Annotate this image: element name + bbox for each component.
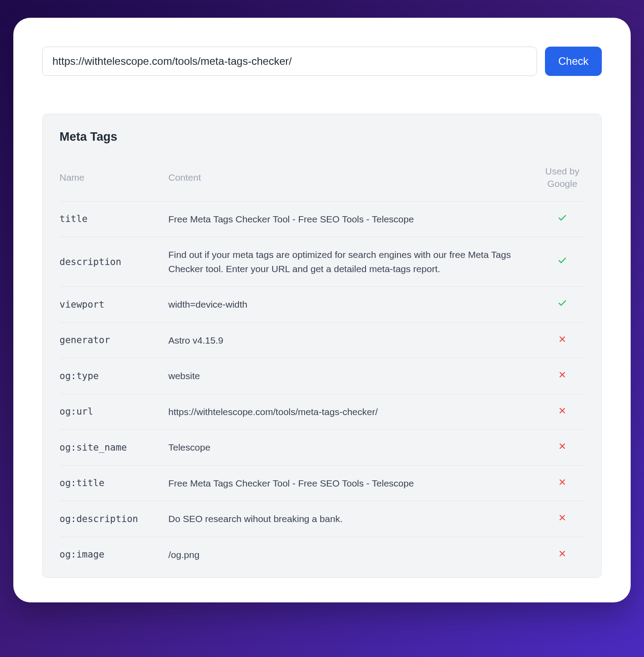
- tag-name: og:type: [60, 358, 168, 394]
- tag-content: website: [168, 358, 540, 394]
- table-row: og:typewebsite: [60, 358, 584, 394]
- tag-content: Find out if your meta tags are optimized…: [168, 237, 540, 287]
- tag-content: https://withtelescope.com/tools/meta-tag…: [168, 394, 540, 430]
- tag-content: Do SEO research wihout breaking a bank.: [168, 501, 540, 537]
- x-icon: [558, 549, 567, 560]
- table-row: og:image/og.png: [60, 537, 584, 572]
- column-header-content: Content: [168, 159, 540, 201]
- tag-name: generator: [60, 322, 168, 358]
- tag-name: viewport: [60, 287, 168, 323]
- used-by-google-cell: [540, 501, 584, 537]
- check-button[interactable]: Check: [545, 47, 602, 76]
- table-row: generatorAstro v4.15.9: [60, 322, 584, 358]
- x-icon: [558, 370, 567, 381]
- table-row: titleFree Meta Tags Checker Tool - Free …: [60, 201, 584, 237]
- used-by-google-cell: [540, 430, 584, 466]
- used-by-google-cell: [540, 287, 584, 323]
- table-row: og:titleFree Meta Tags Checker Tool - Fr…: [60, 465, 584, 501]
- x-icon: [558, 406, 567, 417]
- used-by-google-cell: [540, 358, 584, 394]
- tag-name: og:url: [60, 394, 168, 430]
- check-icon: [557, 213, 567, 225]
- tag-content: /og.png: [168, 537, 540, 572]
- tag-name: description: [60, 237, 168, 287]
- tag-name: og:site_name: [60, 430, 168, 466]
- tag-name: og:description: [60, 501, 168, 537]
- tag-name: og:title: [60, 465, 168, 501]
- meta-tags-card: Meta Tags Name Content Used by Google ti…: [42, 114, 602, 578]
- x-icon: [558, 478, 567, 489]
- column-header-used-by-google: Used by Google: [540, 159, 584, 201]
- tag-content: Free Meta Tags Checker Tool - Free SEO T…: [168, 465, 540, 501]
- x-icon: [558, 335, 567, 346]
- tag-name: og:image: [60, 537, 168, 572]
- table-row: og:descriptionDo SEO research wihout bre…: [60, 501, 584, 537]
- used-by-google-cell: [540, 465, 584, 501]
- meta-tags-table: Name Content Used by Google titleFree Me…: [60, 159, 584, 572]
- main-panel: Check Meta Tags Name Content Used by Goo…: [13, 18, 631, 602]
- url-bar-row: Check: [42, 47, 602, 76]
- tag-content: Free Meta Tags Checker Tool - Free SEO T…: [168, 201, 540, 237]
- used-by-google-cell: [540, 237, 584, 287]
- used-by-google-cell: [540, 322, 584, 358]
- column-header-name: Name: [60, 159, 168, 201]
- table-row: viewportwidth=device-width: [60, 287, 584, 323]
- card-title: Meta Tags: [60, 130, 584, 144]
- table-row: og:site_nameTelescope: [60, 430, 584, 466]
- url-input[interactable]: [42, 47, 537, 76]
- tag-content: Telescope: [168, 430, 540, 466]
- x-icon: [558, 513, 567, 524]
- check-icon: [557, 256, 567, 268]
- table-row: og:urlhttps://withtelescope.com/tools/me…: [60, 394, 584, 430]
- check-icon: [557, 298, 567, 310]
- tag-name: title: [60, 201, 168, 237]
- x-icon: [558, 442, 567, 453]
- table-row: descriptionFind out if your meta tags ar…: [60, 237, 584, 287]
- used-by-google-cell: [540, 201, 584, 237]
- tag-content: Astro v4.15.9: [168, 322, 540, 358]
- used-by-google-cell: [540, 537, 584, 572]
- used-by-google-cell: [540, 394, 584, 430]
- tag-content: width=device-width: [168, 287, 540, 323]
